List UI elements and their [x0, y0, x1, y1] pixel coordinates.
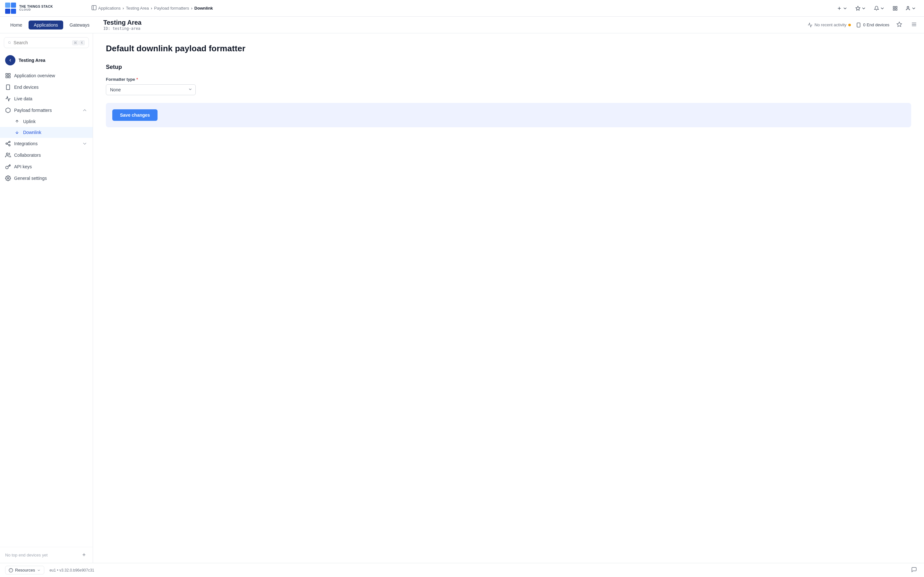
- live-data-icon: [5, 96, 11, 102]
- svg-rect-19: [9, 73, 10, 75]
- profile-button[interactable]: [903, 4, 919, 13]
- sidebar-subitem-uplink[interactable]: Uplink: [0, 116, 93, 127]
- breadcrumb-applications[interactable]: Applications: [98, 6, 121, 11]
- search-box[interactable]: ⌘K: [4, 37, 89, 48]
- svg-marker-4: [856, 6, 860, 10]
- apps-button[interactable]: [890, 4, 900, 13]
- resources-button[interactable]: Resources: [5, 566, 44, 574]
- add-device-button[interactable]: +: [80, 551, 87, 559]
- api-keys-icon: [5, 164, 11, 169]
- main-content: Default downlink payload formatter Setup…: [93, 33, 924, 563]
- formatter-type-select[interactable]: None Custom Javascript formatter Cayenne…: [106, 84, 196, 95]
- settings-icon: [5, 175, 11, 181]
- sidebar-item-live-data[interactable]: Live data: [0, 93, 93, 105]
- formatter-select-wrapper: None Custom Javascript formatter Cayenne…: [106, 84, 196, 95]
- payload-icon: [5, 107, 11, 113]
- sidebar-subitem-downlink[interactable]: Downlink: [0, 127, 93, 138]
- sidebar-item-api-keys[interactable]: API keys: [0, 161, 93, 172]
- svg-rect-0: [92, 5, 96, 10]
- chevron-up-icon: [82, 107, 87, 113]
- svg-point-32: [7, 177, 9, 179]
- downlink-icon: [14, 129, 20, 135]
- sidebar-item-general-settings[interactable]: General settings: [0, 172, 93, 184]
- bottom-bar: Resources eu1 • v3.32.0.b96e907c31: [0, 563, 924, 577]
- sidebar-footer: No top end devices yet +: [0, 547, 93, 563]
- resources-icon: [9, 568, 13, 572]
- tab-gateways[interactable]: Gateways: [65, 21, 95, 29]
- tab-applications[interactable]: Applications: [29, 21, 63, 29]
- app-name: Testing Area: [103, 19, 142, 26]
- activity-icon: [808, 23, 813, 27]
- svg-rect-7: [893, 9, 895, 10]
- chat-button[interactable]: [909, 565, 919, 575]
- back-item[interactable]: Testing Area: [0, 52, 93, 69]
- tab-home[interactable]: Home: [5, 21, 27, 29]
- sidebar-item-application-overview[interactable]: Application overview: [0, 70, 93, 81]
- svg-rect-20: [6, 76, 7, 78]
- logo-area: THE THINGS STACK CLOUD: [5, 3, 98, 14]
- sidebar-item-payload-formatters[interactable]: Payload formatters: [0, 105, 93, 116]
- add-button[interactable]: [834, 4, 850, 13]
- svg-marker-12: [897, 22, 902, 27]
- back-button[interactable]: [5, 55, 15, 65]
- sidebar-item-end-devices[interactable]: End devices: [0, 81, 93, 93]
- top-nav: THE THINGS STACK CLOUD Applications › Te…: [0, 0, 924, 17]
- search-input[interactable]: [13, 40, 69, 45]
- app-id: ID: testing-area: [103, 26, 142, 31]
- sidebar-toggle-button[interactable]: [90, 3, 98, 13]
- formatter-type-field: Formatter type * None Custom Javascript …: [106, 77, 911, 95]
- sidebar-item-label: Live data: [14, 96, 87, 101]
- svg-rect-18: [6, 73, 7, 75]
- activity-badge: No recent activity: [808, 23, 851, 27]
- svg-rect-21: [9, 76, 10, 78]
- sidebar-item-collaborators[interactable]: Collaborators: [0, 149, 93, 161]
- bookmarks-button[interactable]: [853, 4, 869, 13]
- logo-icon: [5, 3, 17, 14]
- sidebar-item-label: Application overview: [14, 73, 87, 78]
- no-devices-text: No top end devices yet: [5, 553, 47, 558]
- svg-rect-6: [895, 6, 897, 8]
- form-actions: Save changes: [106, 103, 911, 127]
- required-star: *: [136, 77, 138, 82]
- integrations-icon: [5, 141, 11, 147]
- svg-line-29: [7, 144, 9, 145]
- breadcrumb-testing-area[interactable]: Testing Area: [126, 6, 149, 11]
- chat-icon: [911, 567, 917, 572]
- breadcrumb-current: Downlink: [194, 6, 213, 11]
- logo-text: THE THINGS STACK CLOUD: [19, 5, 53, 11]
- second-nav: Home Applications Gateways Testing Area …: [0, 17, 924, 33]
- sidebar-item-label: Collaborators: [14, 153, 87, 158]
- svg-point-9: [907, 6, 909, 8]
- overflow-menu-button[interactable]: [909, 19, 919, 30]
- sidebar-item-label: Payload formatters: [14, 108, 79, 113]
- sidebar-subitem-label: Uplink: [23, 119, 36, 124]
- page-title: Default downlink payload formatter: [106, 44, 911, 53]
- svg-point-27: [6, 143, 7, 145]
- breadcrumb-payload-formatters[interactable]: Payload formatters: [154, 6, 189, 11]
- main-layout: ⌘K Testing Area Application overview End…: [0, 33, 924, 563]
- notifications-button[interactable]: [871, 4, 887, 13]
- setup-title: Setup: [106, 64, 911, 71]
- uplink-icon: [14, 119, 20, 124]
- app-title-section: Testing Area ID: testing-area: [103, 19, 142, 31]
- svg-rect-5: [893, 6, 895, 8]
- collaborators-icon: [5, 152, 11, 158]
- nav-tabs-area: Home Applications Gateways: [5, 21, 98, 29]
- sidebar: ⌘K Testing Area Application overview End…: [0, 33, 93, 563]
- chevron-down-icon: [37, 568, 41, 572]
- sidebar-item-label: API keys: [14, 164, 87, 169]
- overview-icon: [5, 73, 11, 79]
- sidebar-item-label: End devices: [14, 85, 87, 90]
- favorite-button[interactable]: [895, 19, 904, 30]
- end-devices-icon: [5, 84, 11, 90]
- devices-icon: [856, 23, 861, 27]
- app-header-right: No recent activity 0 End devices: [808, 19, 919, 30]
- top-actions: [834, 4, 919, 13]
- formatter-type-label: Formatter type *: [106, 77, 911, 82]
- search-shortcut: ⌘K: [72, 40, 85, 45]
- save-changes-button[interactable]: Save changes: [112, 109, 158, 121]
- svg-point-28: [9, 145, 10, 146]
- sidebar-item-integrations[interactable]: Integrations: [0, 138, 93, 149]
- end-devices-badge: 0 End devices: [856, 23, 889, 27]
- search-icon: [8, 40, 11, 45]
